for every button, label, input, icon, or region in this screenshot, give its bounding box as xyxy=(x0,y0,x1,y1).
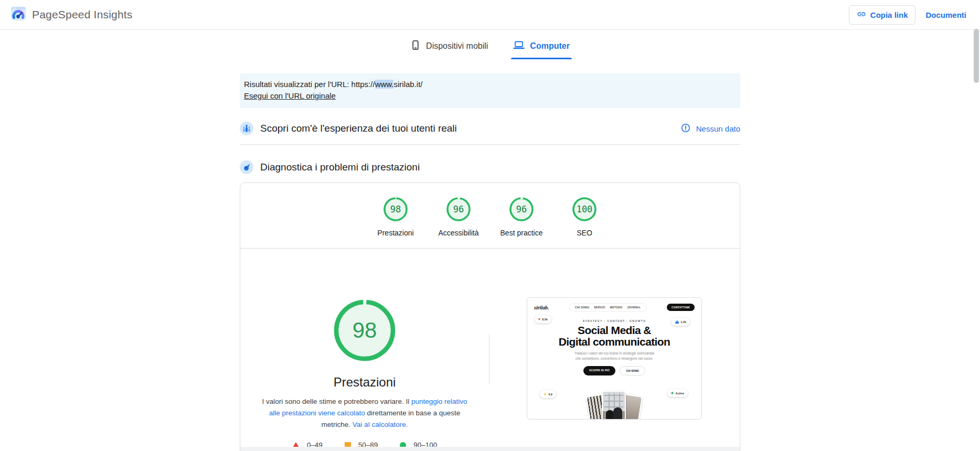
info-icon xyxy=(680,123,691,135)
score-label: SEO xyxy=(577,229,592,237)
page-title: PageSpeed Insights xyxy=(32,8,133,21)
real-users-icon xyxy=(240,122,253,135)
site-screenshot-thumbnail: sirilab. CHI SONOSERVIZIMETODOJOURNAL CO… xyxy=(527,297,702,420)
tab-mobile[interactable]: Dispositivi mobili xyxy=(410,40,488,59)
site-secondary-button: CHI SONO xyxy=(620,366,645,375)
score-ring: 98 xyxy=(383,197,408,222)
performance-gauge: 98 xyxy=(334,299,396,361)
calculator-link[interactable]: Vai al calcolatore. xyxy=(353,421,408,428)
site-badge-thumb: 1.2k xyxy=(672,318,690,326)
score-ring: 100 xyxy=(572,197,597,222)
no-data-status[interactable]: Nessun dato xyxy=(680,123,740,135)
home-link[interactable]: PageSpeed Insights xyxy=(10,6,133,24)
report-card: 98 Prestazioni 96 Accessibilità 96 Best … xyxy=(240,182,740,451)
tab-desktop[interactable]: Computer xyxy=(513,40,570,59)
pagespeed-logo-icon xyxy=(10,6,26,24)
url-result-banner: Risultati visualizzati per l'URL: https:… xyxy=(240,73,740,108)
score-value: 98 xyxy=(383,197,408,222)
person-silhouette xyxy=(613,407,622,420)
copy-link-label: Copia link xyxy=(870,10,908,19)
heart-icon: ♥ xyxy=(538,317,540,321)
site-nav-item: JOURNAL xyxy=(627,306,641,309)
thumb-up-icon xyxy=(675,320,679,324)
url-highlight: www. xyxy=(375,80,394,89)
site-paragraph: Traduco i valori del tuo brand in strate… xyxy=(572,351,657,361)
lab-data-section-header: Diagnostica i problemi di prestazioni xyxy=(240,160,740,174)
badge-text: 1.2k xyxy=(680,320,686,324)
badge-text: 8.5k xyxy=(542,318,548,321)
score-label: Accessibilità xyxy=(438,229,478,237)
site-heading-line1: Social Media & xyxy=(527,325,701,336)
badge-text: Active xyxy=(675,392,684,395)
star-icon: ★ xyxy=(544,392,547,396)
site-photo-stack xyxy=(580,391,648,420)
vertical-scrollbar-thumb[interactable] xyxy=(974,29,979,83)
rerun-original-url-link[interactable]: Esegui con l'URL originale xyxy=(244,90,336,102)
score-ring: 96 xyxy=(446,197,471,222)
site-topbar: sirilab. CHI SONOSERVIZIMETODOJOURNAL CO… xyxy=(527,298,701,312)
site-heading-line2: Digital communication xyxy=(527,336,701,347)
badge-text: 4.9 xyxy=(548,393,552,396)
site-nav-item: METODO xyxy=(610,306,623,309)
laptop-icon xyxy=(513,40,525,52)
score-ring: 96 xyxy=(509,197,534,222)
category-scores: 98 Prestazioni 96 Accessibilità 96 Best … xyxy=(240,183,740,237)
smartphone-icon xyxy=(410,40,421,52)
site-buttons: SCOPRI DI PIÙ CHI SONO xyxy=(527,366,701,375)
link-icon xyxy=(857,9,866,20)
screenshot-column: sirilab. CHI SONOSERVIZIMETODOJOURNAL CO… xyxy=(489,249,740,449)
score-value: 100 xyxy=(572,197,597,222)
performance-column: 98 Prestazioni I valori sono delle stime… xyxy=(240,249,489,449)
site-logo: sirilab. xyxy=(534,305,549,310)
site-nav: CHI SONOSERVIZIMETODOJOURNAL xyxy=(569,303,647,312)
score-label: Best practice xyxy=(500,229,543,237)
category-score-3[interactable]: 100 SEO xyxy=(553,197,616,237)
site-badge-plus: ✚Active xyxy=(667,389,688,397)
field-data-section-header: Scopri com'è l'esperienza dei tuoi utent… xyxy=(240,122,740,135)
site-nav-item: SERVIZI xyxy=(594,306,605,309)
category-score-0[interactable]: 98 Prestazioni xyxy=(364,197,427,237)
score-disclaimer: I valori sono delle stime e potrebbero v… xyxy=(257,396,473,430)
site-badge-heart: ♥8.5k xyxy=(535,315,551,323)
category-score-2[interactable]: 96 Best practice xyxy=(490,197,553,237)
person-silhouette xyxy=(606,410,614,420)
main-content: Dispositivi mobili Computer Risultati vi… xyxy=(240,30,740,451)
diagnose-gauge-icon xyxy=(240,160,253,174)
score-value: 96 xyxy=(446,197,471,222)
site-nav-item: CHI SONO xyxy=(575,306,589,309)
next-section-strip xyxy=(240,447,740,451)
documents-link[interactable]: Documenti xyxy=(925,10,966,19)
no-data-label: Nessun dato xyxy=(696,124,740,133)
performance-score-value: 98 xyxy=(334,299,396,361)
url-result-line: Risultati visualizzati per l'URL: https:… xyxy=(244,79,736,90)
field-data-title: Scopri com'è l'esperienza dei tuoi utent… xyxy=(260,123,457,134)
performance-gauge-label: Prestazioni xyxy=(334,375,396,390)
score-detail-columns: 98 Prestazioni I valori sono delle stime… xyxy=(240,249,740,449)
section-divider xyxy=(240,144,740,145)
plus-icon: ✚ xyxy=(671,391,674,395)
site-badge-star: ★4.9 xyxy=(540,390,556,398)
copy-link-button[interactable]: Copia link xyxy=(849,5,916,25)
site-photo-card-center xyxy=(602,391,626,420)
column-divider xyxy=(489,335,489,384)
site-primary-button: SCOPRI DI PIÙ xyxy=(583,366,615,375)
tab-desktop-label: Computer xyxy=(530,41,570,51)
app-header: PageSpeed Insights Copia link Documenti xyxy=(0,0,980,30)
lab-data-title: Diagnostica i problemi di prestazioni xyxy=(260,162,420,173)
site-cta-button: CONTATTAMI xyxy=(667,304,695,311)
score-label: Prestazioni xyxy=(377,229,413,237)
tab-mobile-label: Dispositivi mobili xyxy=(426,41,488,51)
device-tabs: Dispositivi mobili Computer xyxy=(240,30,740,59)
score-value: 96 xyxy=(509,197,534,222)
category-score-1[interactable]: 96 Accessibilità xyxy=(427,197,490,237)
